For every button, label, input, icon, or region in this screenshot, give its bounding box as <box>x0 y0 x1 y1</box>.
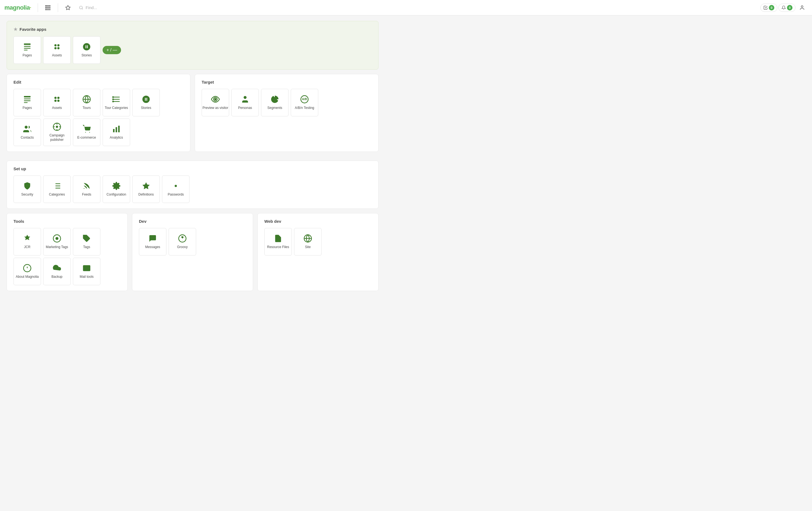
search-bar <box>76 4 758 11</box>
webdev-resource-files-tile[interactable]: Resource Files <box>264 228 292 256</box>
tours-icon <box>82 95 91 104</box>
edit-pages-tile[interactable]: Pages <box>13 89 41 116</box>
svg-point-39 <box>56 126 58 128</box>
user-icon <box>799 5 805 10</box>
target-segments-label: Segments <box>267 106 282 110</box>
setup-feeds-tile[interactable]: Feeds <box>73 176 100 203</box>
segments-icon <box>270 95 279 104</box>
edit-assets-tile[interactable]: Assets <box>43 89 71 116</box>
mail-tools-icon <box>82 264 91 273</box>
setup-security-label: Security <box>21 192 33 197</box>
edit-contacts-label: Contacts <box>21 136 34 140</box>
fav-pages-tile[interactable]: Pages <box>13 36 41 64</box>
edit-contacts-tile[interactable]: Contacts <box>13 119 41 146</box>
edit-pages-icon <box>23 95 32 104</box>
tasks-button[interactable]: 0 <box>760 4 777 12</box>
favorites-button[interactable] <box>62 2 74 13</box>
contacts-icon <box>23 125 32 133</box>
search-input[interactable] <box>86 5 755 10</box>
edit-tours-tile[interactable]: Tours <box>73 89 100 116</box>
svg-rect-1 <box>47 5 49 7</box>
tasks-icon <box>763 5 768 10</box>
tools-marketing-tags-label: Marketing Tags <box>46 245 68 249</box>
star-icon: ★ <box>13 27 17 32</box>
target-personas-tile[interactable]: Personas <box>231 89 259 116</box>
svg-rect-35 <box>112 99 114 100</box>
dev-messages-tile[interactable]: Messages <box>139 228 167 256</box>
fav-stories-tile[interactable]: Stories <box>73 36 100 64</box>
tools-backup-tile[interactable]: Backup <box>43 258 71 285</box>
svg-rect-24 <box>24 102 28 103</box>
svg-rect-23 <box>24 100 31 101</box>
resource-files-icon <box>274 234 283 243</box>
add-favorites-button[interactable]: + / — <box>103 46 121 54</box>
notifications-button[interactable]: 0 <box>778 4 795 12</box>
apps-grid-button[interactable] <box>42 2 53 13</box>
setup-title: Set up <box>13 167 372 171</box>
tools-tags-tile[interactable]: Tags <box>73 228 100 256</box>
favorites-title: ★ Favorite apps <box>13 27 372 32</box>
search-icon <box>79 5 83 10</box>
dev-messages-label: Messages <box>145 245 161 249</box>
edit-stories-tile[interactable]: Stories <box>132 89 160 116</box>
edit-assets-label: Assets <box>52 106 62 110</box>
edit-pages-label: Pages <box>23 106 32 110</box>
tools-marketing-tags-tile[interactable]: Marketing Tags <box>43 228 71 256</box>
svg-rect-7 <box>47 9 49 10</box>
svg-rect-0 <box>46 5 47 7</box>
ecommerce-icon <box>82 125 91 133</box>
messages-icon <box>148 234 157 243</box>
svg-point-51 <box>244 96 247 99</box>
tasks-count: 0 <box>769 5 774 10</box>
svg-marker-9 <box>66 5 70 10</box>
dev-title: Dev <box>139 219 246 223</box>
favorites-grid: Pages Assets Stories + / — <box>13 36 372 64</box>
site-icon <box>303 234 312 243</box>
svg-rect-3 <box>46 7 47 8</box>
dev-groovy-tile[interactable]: Groovy <box>169 228 196 256</box>
setup-definitions-tile[interactable]: Definitions <box>132 176 160 203</box>
setup-categories-label: Categories <box>49 192 65 197</box>
svg-point-18 <box>57 44 59 47</box>
svg-rect-48 <box>118 126 120 132</box>
fav-assets-tile[interactable]: Assets <box>43 36 71 64</box>
user-button[interactable] <box>796 2 808 13</box>
tour-categories-icon <box>112 95 121 104</box>
svg-point-12 <box>801 5 803 7</box>
svg-rect-14 <box>24 46 31 47</box>
setup-passwords-tile[interactable]: Passwords <box>162 176 190 203</box>
setup-feeds-label: Feeds <box>82 192 91 197</box>
target-segments-tile[interactable]: Segments <box>261 89 289 116</box>
edit-assets-icon <box>53 95 61 104</box>
definitions-icon <box>142 182 150 190</box>
edit-tour-categories-label: Tour Categories <box>105 106 128 110</box>
setup-grid: Security Categories Feeds Configuration <box>13 176 372 203</box>
edit-tours-label: Tours <box>83 106 90 110</box>
dev-groovy-label: Groovy <box>177 245 188 249</box>
setup-configuration-tile[interactable]: Configuration <box>103 176 130 203</box>
security-icon <box>23 182 32 190</box>
tools-jcr-tile[interactable]: JCR <box>13 228 41 256</box>
svg-rect-4 <box>47 7 49 8</box>
logo: magnolia● <box>4 4 31 11</box>
webdev-resource-files-label: Resource Files <box>267 245 289 249</box>
webdev-site-tile[interactable]: Site <box>294 228 322 256</box>
tools-backup-label: Backup <box>52 275 62 279</box>
target-abn-testing-tile[interactable]: A/B A/B/n Testing <box>291 89 318 116</box>
setup-security-tile[interactable]: Security <box>13 176 41 203</box>
preview-visitor-icon <box>211 95 220 104</box>
tools-mail-tools-tile[interactable]: Mail tools <box>73 258 100 285</box>
edit-campaign-publisher-tile[interactable]: Campaign publisher <box>43 119 71 146</box>
tools-about-tile[interactable]: About Magnolia <box>13 258 41 285</box>
svg-point-19 <box>55 47 57 50</box>
bottom-row: Tools JCR Marketing Tags <box>7 213 378 295</box>
edit-grid: Pages Assets Tours <box>13 89 183 146</box>
favorites-panel: ★ Favorite apps Pages Assets Storie <box>7 21 378 69</box>
edit-ecommerce-tile[interactable]: E-commerce <box>73 119 100 146</box>
setup-categories-tile[interactable]: Categories <box>43 176 71 203</box>
edit-tour-categories-tile[interactable]: Tour Categories <box>103 89 130 116</box>
configuration-icon <box>112 182 121 190</box>
edit-analytics-tile[interactable]: Analytics <box>103 119 130 146</box>
setup-passwords-label: Passwords <box>168 192 184 197</box>
target-preview-visitor-tile[interactable]: Preview as visitor <box>202 89 229 116</box>
